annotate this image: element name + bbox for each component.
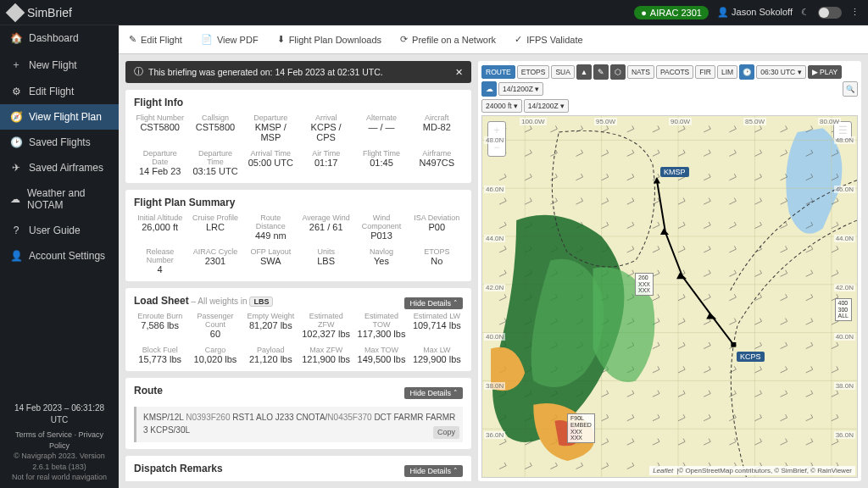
footer-links[interactable]: Terms of Service · Privacy Policy: [15, 430, 103, 450]
chevron-up-icon: ˄: [453, 299, 458, 308]
lat-label: 38.0N: [484, 382, 505, 390]
map-layer-pacots[interactable]: PACOTS: [656, 65, 693, 79]
map-layer-lim[interactable]: LIM: [717, 65, 737, 79]
lon-label: 100.0W: [520, 118, 547, 125]
loadsheet-card: Load Sheet – All weights in LBS Hide Det…: [125, 288, 471, 371]
copy-button[interactable]: Copy: [433, 426, 459, 439]
map-layer-route[interactable]: ROUTE: [481, 65, 515, 79]
info-cell: Max LW129,900 lbs: [411, 346, 463, 364]
sidebar-label: Dashboard: [29, 32, 79, 44]
weather-icon[interactable]: ☁: [481, 81, 497, 97]
clock-icon[interactable]: 🕑: [739, 64, 754, 80]
sigmet-box[interactable]: 260XXXXXX: [635, 273, 654, 296]
map-tool-icon[interactable]: ▲: [576, 64, 592, 80]
info-cell: OFP LayoutSWA: [245, 247, 297, 274]
map-layer-nats[interactable]: NATS: [627, 65, 654, 79]
hide-details-button[interactable]: Hide Details ˄: [404, 297, 463, 309]
map-canvas[interactable]: + − ☰ KMSP KCPS 260XXXXXX 400300ALL F90L…: [481, 115, 858, 478]
card-title: Flight Info: [134, 97, 463, 108]
airac-badge[interactable]: ● AIRAC 2301: [634, 6, 709, 19]
sidebar-footer: 14 Feb 2023 – 06:31:28 UTC Terms of Serv…: [0, 397, 119, 488]
lon-label: 80.0W: [818, 118, 841, 125]
wx-time-select[interactable]: 14/1200Z ▾: [498, 82, 543, 96]
brand-name: SimBrief: [27, 6, 72, 19]
map-layer-sua[interactable]: SUA: [551, 65, 574, 79]
sidebar-item-dashboard[interactable]: 🏠Dashboard: [0, 25, 119, 51]
hide-details-button[interactable]: Hide Details ˄: [404, 387, 463, 399]
sidebar-item-weather-and-notam[interactable]: ☁Weather and NOTAM: [0, 180, 119, 218]
sidebar-item-saved-flights[interactable]: 🕑Saved Flights: [0, 130, 119, 155]
tab-ifps-validate[interactable]: ✓IFPS Validate: [515, 34, 582, 45]
sidebar-item-view-flight-plan[interactable]: 🧭View Flight Plan: [0, 104, 119, 130]
theme-toggle[interactable]: [818, 7, 842, 19]
play-button[interactable]: ▶ PLAY: [808, 65, 842, 79]
sidebar-icon: 🕑: [10, 136, 22, 148]
tab-prefile-on-a-network[interactable]: ⟳Prefile on a Network: [400, 34, 496, 45]
brand: SimBrief: [8, 6, 72, 19]
sidebar-icon: ✈: [10, 162, 22, 174]
map-tool-icon[interactable]: ✎: [593, 64, 609, 80]
sigmet-box[interactable]: F90LEMBEDXXXXXX: [567, 413, 595, 443]
svg-rect-437: [731, 342, 736, 347]
info-cell: Estimated TOW117,300 lbs: [355, 312, 407, 339]
generation-banner: ⓘ This briefing was generated on: 14 Feb…: [125, 61, 471, 83]
tab-icon: ⬇: [277, 34, 285, 45]
chevron-up-icon: ˄: [453, 467, 458, 475]
tab-edit-flight[interactable]: ✎Edit Flight: [129, 34, 182, 45]
footer-note: Not for real world navigation: [7, 472, 112, 483]
map-panel: ROUTEETOPSSUA▲✎⬡NATSPACOTSFIRLIM🕑06:30 U…: [478, 61, 861, 481]
map-tool-icon[interactable]: ⬡: [610, 64, 626, 80]
info-cell: AirframeN497CS: [411, 149, 463, 176]
info-cell: Air Time01:17: [300, 149, 352, 176]
info-cell: AircraftMD-82: [411, 114, 463, 142]
topbar: SimBrief ● AIRAC 2301 👤 Jason Sokoloff ☾…: [0, 0, 868, 25]
lat-label: 46.0N: [484, 186, 505, 193]
altitude-time-select[interactable]: 14/1200Z ▾: [524, 99, 569, 113]
sidebar-item-edit-flight[interactable]: ⚙Edit Flight: [0, 79, 119, 104]
summary-card: Flight Plan Summary Initial Altitude26,0…: [125, 190, 471, 281]
altitude-select[interactable]: 24000 ft ▾: [481, 99, 522, 113]
map-layer-etops[interactable]: ETOPS: [517, 65, 550, 79]
chevron-up-icon: ˄: [453, 389, 458, 397]
map-toolbar: ROUTEETOPSSUA▲✎⬡NATSPACOTSFIRLIM🕑06:30 U…: [481, 64, 858, 97]
waypoint-arrival[interactable]: KCPS: [737, 352, 765, 362]
hide-details-button[interactable]: Hide Details ˄: [404, 465, 463, 477]
sidebar-item-account-settings[interactable]: 👤Account Settings: [0, 243, 119, 269]
sidebar: 🏠Dashboard＋New Flight⚙Edit Flight🧭View F…: [0, 25, 119, 488]
waypoint-departure[interactable]: KMSP: [660, 167, 689, 177]
info-cell: Empty Weight81,207 lbs: [245, 312, 297, 339]
close-icon[interactable]: ✕: [455, 67, 463, 77]
sidebar-label: New Flight: [29, 59, 77, 71]
tab-view-pdf[interactable]: 📄View PDF: [201, 34, 259, 45]
map-layer-fir[interactable]: FIR: [695, 65, 715, 79]
sidebar-icon: 🧭: [10, 111, 22, 123]
lat-label: 44.0N: [484, 235, 505, 242]
info-cell: Alternate— / —: [355, 114, 407, 142]
tab-flight-plan-downloads[interactable]: ⬇Flight Plan Downloads: [277, 34, 381, 45]
lon-label: 95.0W: [594, 118, 617, 125]
lat-label: 46.0N: [834, 186, 855, 193]
search-icon[interactable]: 🔍: [843, 81, 858, 97]
sidebar-item-new-flight[interactable]: ＋New Flight: [0, 51, 119, 79]
lon-label: 90.0W: [669, 118, 692, 125]
info-cell: ArrivalKCPS / CPS: [300, 114, 352, 142]
lat-label: 38.0N: [834, 382, 855, 390]
sigmet-box[interactable]: 400300ALL: [835, 298, 852, 321]
tab-icon: ✎: [129, 34, 136, 45]
lat-label: 36.0N: [484, 431, 505, 439]
sidebar-item-saved-airframes[interactable]: ✈Saved Airframes: [0, 155, 119, 180]
sidebar-item-user-guide[interactable]: ?User Guide: [0, 218, 119, 243]
info-cell: Estimated LW109,714 lbs: [411, 312, 463, 339]
tab-icon: 📄: [201, 34, 213, 45]
user-menu[interactable]: 👤 Jason Sokoloff: [717, 7, 793, 18]
moon-icon: ☾: [801, 7, 810, 18]
route-card: Route Hide Details ˄ KMSP/12L N0393F260 …: [125, 378, 471, 449]
briefing-panel: ⓘ This briefing was generated on: 14 Feb…: [125, 61, 471, 481]
time-select[interactable]: 06:30 UTC ▾: [756, 65, 805, 79]
sidebar-icon: ☁: [10, 193, 20, 205]
info-cell: Passenger Count60: [189, 312, 241, 339]
sidebar-label: Weather and NOTAM: [27, 187, 108, 211]
info-cell: Max TOW149,500 lbs: [355, 346, 407, 364]
kebab-menu-icon[interactable]: ⋮: [850, 7, 860, 18]
info-cell: Cargo10,020 lbs: [189, 346, 241, 364]
